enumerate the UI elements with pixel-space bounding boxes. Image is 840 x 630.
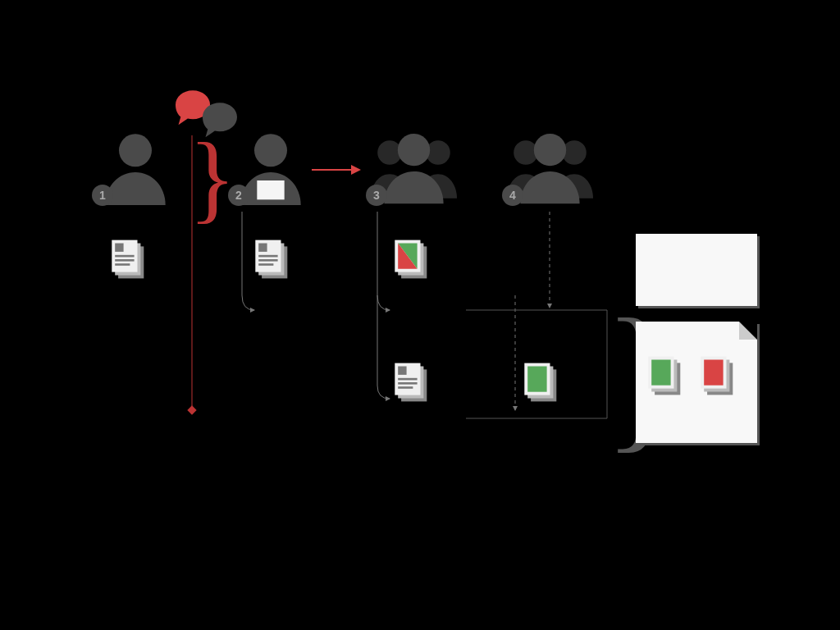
svg-rect-35: [398, 378, 417, 381]
svg-rect-10: [187, 405, 196, 414]
svg-rect-26: [258, 259, 277, 262]
svg-rect-2: [257, 180, 284, 199]
svg-point-8: [534, 134, 566, 166]
badge-label: 3: [373, 189, 380, 202]
badge-label: 4: [509, 189, 516, 202]
svg-rect-18: [115, 255, 134, 258]
svg-point-0: [119, 134, 152, 167]
document-redgreen-icon: [394, 238, 436, 281]
svg-rect-20: [115, 263, 130, 266]
svg-rect-25: [258, 255, 277, 258]
document-stack-icon: [254, 238, 297, 281]
document-red-icon: [700, 354, 742, 397]
svg-point-5: [398, 134, 430, 166]
svg-rect-36: [398, 382, 417, 385]
step-badge-4: 4: [502, 185, 523, 206]
svg-rect-49: [704, 360, 723, 386]
svg-rect-24: [258, 244, 267, 252]
step-badge-1: 1: [92, 185, 113, 206]
document-green-icon: [523, 361, 566, 404]
curly-brace-red-icon: }: [189, 137, 236, 219]
svg-point-1: [254, 134, 287, 167]
workflow-diagram: 1 2 3 4 } }: [0, 0, 840, 630]
output-page-blank: [636, 234, 757, 306]
output-page-results: [636, 322, 757, 443]
badge-label: 1: [99, 189, 106, 202]
document-stack-icon: [394, 361, 436, 404]
timeline-line: [0, 0, 840, 630]
step-badge-2: 2: [228, 185, 249, 206]
document-stack-icon: [111, 238, 153, 281]
document-green-icon: [647, 354, 690, 397]
svg-rect-19: [115, 259, 134, 262]
svg-rect-34: [398, 367, 406, 375]
badge-label: 2: [235, 189, 242, 202]
svg-rect-37: [398, 386, 413, 389]
svg-rect-27: [258, 263, 273, 266]
arrow-icon: [0, 0, 840, 630]
svg-rect-45: [651, 360, 670, 386]
svg-rect-17: [115, 244, 123, 252]
svg-rect-41: [527, 367, 546, 392]
step-badge-3: 3: [366, 185, 387, 206]
